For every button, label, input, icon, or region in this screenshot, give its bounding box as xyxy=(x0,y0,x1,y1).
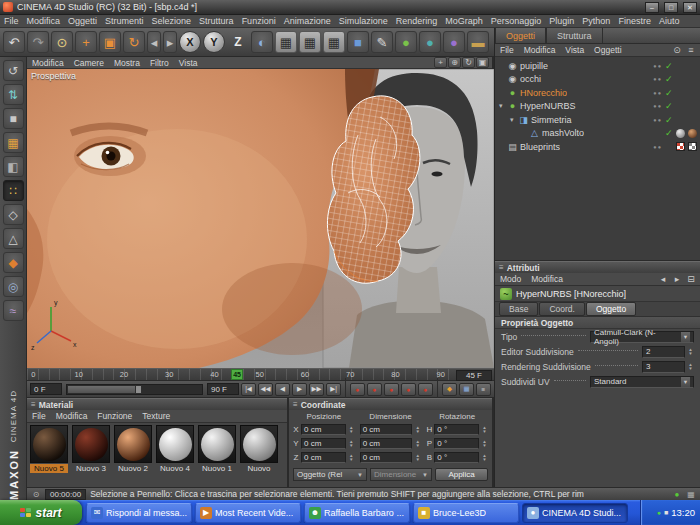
menubar-item[interactable]: Strumenti xyxy=(101,15,148,27)
menubar-item[interactable]: Plugin xyxy=(545,15,578,27)
materials-header[interactable]: ≡ Materiali xyxy=(27,398,287,410)
object-name[interactable]: mashVolto xyxy=(542,128,584,138)
visibility-dots-icon[interactable]: ●● xyxy=(653,76,662,82)
visibility-dots-icon[interactable]: ●● xyxy=(653,90,662,96)
undo-icon[interactable]: ↶ xyxy=(3,31,25,53)
tray-volume-icon[interactable]: ■ xyxy=(664,509,668,516)
visibility-dots-icon[interactable]: ●● xyxy=(653,63,662,69)
enable-check-icon[interactable]: ✓ xyxy=(665,128,673,138)
texture-chip-icon[interactable] xyxy=(688,61,697,70)
texture-chip-icon[interactable] xyxy=(676,88,685,97)
start-button[interactable]: start xyxy=(0,500,82,525)
attributes-menu-item[interactable]: Modifica xyxy=(526,273,568,285)
attribute-tab[interactable]: Coord. xyxy=(539,302,585,316)
hypernurbs-icon[interactable]: ● xyxy=(395,31,417,53)
spinner-icon[interactable]: ▲▼ xyxy=(481,454,488,462)
face-model[interactable] xyxy=(27,69,379,368)
y-axis-lock-icon[interactable]: Y xyxy=(203,31,225,53)
om-filter-icon[interactable]: ≡ xyxy=(685,44,697,56)
current-frame-display[interactable]: 45 F xyxy=(456,370,492,381)
taskbar-clock[interactable]: 13:20 xyxy=(671,507,695,518)
pan-view-icon[interactable]: + xyxy=(434,57,447,68)
position-input[interactable]: 0 cm xyxy=(301,424,346,435)
texture-chip-icon[interactable] xyxy=(676,61,685,70)
material-name[interactable]: Nuovo xyxy=(240,464,278,473)
redo-icon[interactable]: ↷ xyxy=(27,31,49,53)
render-view-icon[interactable]: ▦ xyxy=(275,31,297,53)
range-start-field[interactable]: 0 F xyxy=(30,383,62,395)
record-rotation-button[interactable]: ● xyxy=(418,383,433,396)
material-name[interactable]: Nuovo 1 xyxy=(198,464,236,473)
toggle-view-icon[interactable]: ▣ xyxy=(476,57,489,68)
texture-chip-icon[interactable] xyxy=(676,102,685,111)
workplane-icon[interactable]: ◧ xyxy=(3,156,24,177)
goto-start-button[interactable]: |◀ xyxy=(241,383,256,396)
object-name[interactable]: Simmetria xyxy=(531,115,572,125)
object-name[interactable]: HyperNURBS xyxy=(520,101,576,111)
spinner-icon[interactable]: ▲▼ xyxy=(481,440,488,448)
attribute-value[interactable]: 2 xyxy=(642,346,685,358)
attribute-stepper[interactable]: 2 ▲▼ xyxy=(642,346,694,358)
material-name[interactable]: Nuovo 2 xyxy=(114,464,152,473)
menubar-item[interactable]: Aiuto xyxy=(655,15,684,27)
taskbar-item[interactable]: ● CINEMA 4D Studi... xyxy=(522,503,628,523)
material-name[interactable]: Nuovo 3 xyxy=(72,464,110,473)
rotation-input[interactable]: 0 ° xyxy=(434,438,479,449)
timeline-menu-button[interactable]: ≡ xyxy=(476,383,491,396)
attr-forward-icon[interactable]: ▸ xyxy=(671,273,683,285)
apply-button[interactable]: Applica xyxy=(435,468,488,481)
object-tree-item[interactable]: ● HNorecchio ●● ✓ xyxy=(495,86,700,100)
coordinates-header[interactable]: ≡ Coordinate xyxy=(289,398,492,410)
next-frame-button[interactable]: ▶▶ xyxy=(309,383,324,396)
current-frame-marker[interactable]: 45 xyxy=(231,369,243,380)
material-name[interactable]: Nuovo 4 xyxy=(156,464,194,473)
preview-range-handle[interactable] xyxy=(135,385,142,394)
object-tree-item[interactable]: ◉ occhi ●● ✓ xyxy=(495,73,700,87)
prev-tool-icon[interactable]: ◂ xyxy=(147,31,161,53)
material-thumbnail[interactable]: Nuovo 2 xyxy=(114,425,154,473)
add-primitive-icon[interactable]: ■ xyxy=(347,31,369,53)
texture-chip-icon[interactable] xyxy=(688,88,697,97)
move-icon[interactable]: + xyxy=(75,31,97,53)
spinner-icon[interactable]: ▲▼ xyxy=(687,348,694,356)
viewport-menu-item[interactable]: Camere xyxy=(69,57,109,69)
spinner-icon[interactable]: ▲▼ xyxy=(348,426,355,434)
menubar-item[interactable]: Personaggio xyxy=(487,15,546,27)
polygons-mode-icon[interactable]: △ xyxy=(3,228,24,249)
object-manager-tab[interactable]: Oggetti xyxy=(495,28,546,43)
attr-lock-icon[interactable]: ⊟ xyxy=(685,273,697,285)
live-selection-icon[interactable]: ⊙ xyxy=(51,31,73,53)
material-thumbnail[interactable]: Nuovo 4 xyxy=(156,425,196,473)
render-picture-viewer-icon[interactable]: ▦ xyxy=(299,31,321,53)
points-mode-icon[interactable]: ∷ xyxy=(3,180,24,201)
attribute-dropdown[interactable]: Standard ▼ xyxy=(590,376,694,388)
object-tree-item[interactable]: △ mashVolto ✓ xyxy=(495,127,700,141)
materials-menu-item[interactable]: Funzione xyxy=(92,410,137,422)
material-name[interactable]: Nuovo 5 xyxy=(30,464,68,473)
texture-chip-icon[interactable] xyxy=(688,129,697,138)
rotate-view-icon[interactable]: ↻ xyxy=(462,57,475,68)
object-name[interactable]: HNorecchio xyxy=(520,88,567,98)
z-axis-lock-icon[interactable]: Z xyxy=(227,31,249,53)
texture-chip-icon[interactable] xyxy=(688,142,697,151)
rotate-icon[interactable]: ↻ xyxy=(123,31,145,53)
zoom-view-icon[interactable]: ⊕ xyxy=(448,57,461,68)
size-mode-select[interactable]: Dimensione ▼ xyxy=(370,468,432,481)
materials-menu-item[interactable]: File xyxy=(27,410,51,422)
texture-chip-icon[interactable] xyxy=(676,142,685,151)
taskbar-item[interactable]: ✉ Rispondi al messa... xyxy=(86,503,192,523)
material-thumbnail[interactable]: Nuovo 3 xyxy=(72,425,112,473)
prev-frame-button[interactable]: ◀ xyxy=(275,383,290,396)
spinner-icon[interactable]: ▲▼ xyxy=(687,363,694,371)
pla-button[interactable]: ▦ xyxy=(459,383,474,396)
range-end-field[interactable]: 90 F xyxy=(207,383,239,395)
snap-settings-icon[interactable]: ≈ xyxy=(3,300,24,321)
enable-check-icon[interactable]: ✓ xyxy=(665,101,673,111)
size-input[interactable]: 0 cm xyxy=(360,424,413,435)
material-thumbnail[interactable]: Nuovo 5 xyxy=(30,425,70,473)
deformer-icon[interactable]: ● xyxy=(443,31,465,53)
position-input[interactable]: 0 cm xyxy=(301,438,346,449)
material-thumbnail[interactable]: Nuovo 1 xyxy=(198,425,238,473)
render-settings-icon[interactable]: ▦ xyxy=(323,31,345,53)
object-manager-menu-item[interactable]: Modifica xyxy=(519,44,561,56)
